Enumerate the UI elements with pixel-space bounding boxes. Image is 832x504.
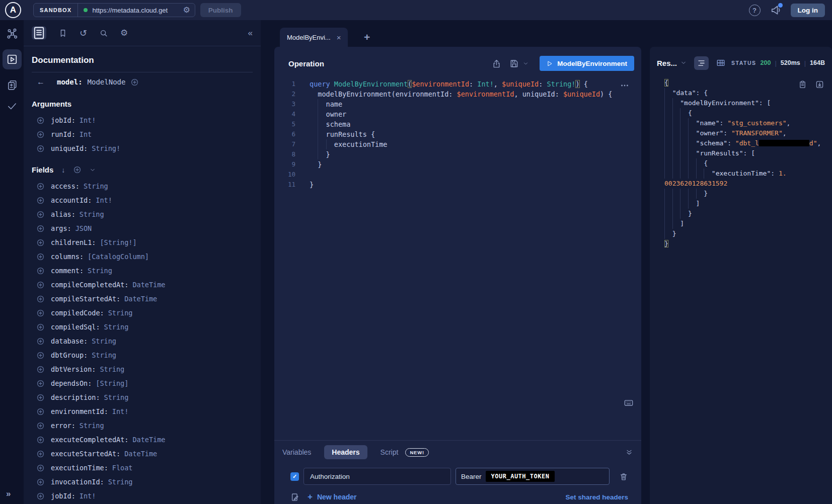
- add-field-plus-icon[interactable]: [36, 351, 45, 360]
- add-field-plus-icon[interactable]: [36, 393, 45, 402]
- endpoint-settings-gear-icon[interactable]: ⚙: [183, 6, 190, 14]
- add-field-plus-icon[interactable]: [36, 464, 45, 472]
- field-type[interactable]: DateTime: [132, 436, 165, 444]
- field-type[interactable]: String: [104, 323, 129, 331]
- doc-field-row[interactable]: dependsOn:[String]: [32, 376, 253, 390]
- sort-down-icon[interactable]: ↓: [61, 166, 65, 174]
- field-type[interactable]: String: [100, 365, 124, 373]
- add-field-plus-icon[interactable]: [36, 478, 45, 486]
- announcements-megaphone-icon[interactable]: [770, 4, 782, 16]
- field-type[interactable]: Int!: [112, 407, 129, 415]
- search-icon[interactable]: [99, 29, 108, 38]
- header-value-input[interactable]: Bearer YOUR_AUTH_TOKEN: [456, 468, 610, 485]
- close-tab-icon[interactable]: ×: [337, 33, 341, 42]
- add-field-plus-icon[interactable]: [36, 238, 45, 247]
- header-enabled-checkbox[interactable]: ✓: [290, 472, 299, 481]
- field-type[interactable]: Int: [80, 130, 92, 138]
- add-field-plus-icon[interactable]: [36, 436, 45, 444]
- doc-field-row[interactable]: jobId:Int!: [32, 113, 253, 127]
- add-field-plus-icon[interactable]: [36, 130, 45, 139]
- share-icon[interactable]: [492, 59, 501, 68]
- doc-field-row[interactable]: description:String: [32, 390, 253, 404]
- doc-field-row[interactable]: columns:[CatalogColumn]: [32, 249, 253, 264]
- doc-field-row[interactable]: comment:String: [32, 264, 253, 278]
- doc-field-row[interactable]: executionTime:Float: [32, 461, 253, 475]
- add-field-plus-icon[interactable]: [36, 492, 45, 500]
- field-type[interactable]: String: [92, 351, 116, 359]
- run-operation-button[interactable]: ModelByEnvironment: [540, 56, 634, 71]
- doc-field-row[interactable]: args:JSON: [32, 221, 253, 235]
- set-shared-headers-link[interactable]: Set shared headers: [565, 493, 628, 501]
- field-type[interactable]: Int!: [96, 196, 112, 204]
- add-field-plus-icon[interactable]: [36, 210, 45, 219]
- query-editor[interactable]: 1query ModelByEnvironment($environmentId…: [274, 71, 641, 190]
- breadcrumb-type[interactable]: ModelNode: [88, 78, 126, 86]
- field-type[interactable]: DateTime: [124, 295, 157, 303]
- doc-field-row[interactable]: invocationId:String: [32, 475, 253, 489]
- doc-field-row[interactable]: compiledCode:String: [32, 306, 253, 320]
- help-icon[interactable]: ?: [749, 5, 761, 16]
- add-field-plus-icon[interactable]: [36, 337, 45, 346]
- documentation-tab-active[interactable]: [32, 26, 46, 40]
- doc-field-row[interactable]: compileStartedAt:DateTime: [32, 292, 253, 306]
- new-header-button[interactable]: + New header: [308, 492, 357, 502]
- response-title[interactable]: Res...: [657, 59, 677, 67]
- raw-view-toggle-active[interactable]: [694, 56, 709, 70]
- checklist-icon[interactable]: [7, 101, 18, 112]
- add-field-plus-icon[interactable]: [36, 196, 45, 205]
- doc-field-row[interactable]: compiledSql:String: [32, 320, 253, 334]
- history-icon[interactable]: ↺: [80, 29, 87, 38]
- add-field-plus-icon[interactable]: [36, 224, 45, 233]
- field-type[interactable]: DateTime: [124, 450, 157, 458]
- add-field-plus-icon[interactable]: [36, 267, 45, 275]
- collapse-section-chevrons-icon[interactable]: [625, 448, 633, 456]
- doc-field-row[interactable]: executeCompletedAt:DateTime: [32, 433, 253, 447]
- field-type[interactable]: String: [104, 393, 129, 401]
- doc-field-row[interactable]: uniqueId:String!: [32, 141, 253, 155]
- doc-field-row[interactable]: jobId:Int!: [32, 489, 253, 503]
- save-chevron-down-icon[interactable]: [523, 61, 528, 66]
- operation-tab[interactable]: ModelByEnvi... ×: [280, 28, 348, 47]
- add-field-plus-icon[interactable]: [36, 253, 45, 261]
- field-type[interactable]: String!: [92, 144, 120, 152]
- edit-headers-icon[interactable]: [290, 492, 299, 502]
- tab-headers[interactable]: Headers: [324, 445, 367, 459]
- add-field-plus-icon[interactable]: [36, 182, 45, 191]
- publish-button[interactable]: Publish: [200, 3, 241, 17]
- doc-field-row[interactable]: environmentId:Int!: [32, 404, 253, 418]
- schema-graph-icon[interactable]: [7, 28, 18, 39]
- field-type[interactable]: String: [108, 478, 133, 486]
- field-type[interactable]: Int!: [80, 116, 96, 124]
- response-json[interactable]: {"data": {"modelByEnvironment": [{"name"…: [650, 71, 832, 249]
- field-type[interactable]: JSON: [75, 224, 92, 232]
- explorer-nav-active[interactable]: [3, 49, 22, 69]
- operation-collections-icon[interactable]: [7, 79, 18, 91]
- doc-field-row[interactable]: error:String: [32, 418, 253, 433]
- add-field-plus-icon[interactable]: [36, 450, 45, 458]
- doc-field-row[interactable]: access:String: [32, 179, 253, 193]
- field-type[interactable]: Float: [112, 464, 133, 472]
- new-tab-icon[interactable]: +: [364, 31, 370, 43]
- collapse-panel-icon[interactable]: «: [248, 28, 253, 38]
- add-field-plus-icon[interactable]: [36, 295, 45, 303]
- response-chevron-down-icon[interactable]: [680, 60, 687, 66]
- auth-token-value[interactable]: YOUR_AUTH_TOKEN: [486, 471, 555, 482]
- tab-variables[interactable]: Variables: [282, 448, 311, 456]
- delete-header-icon[interactable]: [619, 472, 628, 481]
- doc-field-row[interactable]: accountId:Int!: [32, 193, 253, 207]
- back-arrow-icon[interactable]: ←: [37, 77, 45, 87]
- header-name-input[interactable]: Authorization: [304, 468, 451, 485]
- login-button[interactable]: Log in: [791, 4, 825, 17]
- editor-more-options-icon[interactable]: [620, 81, 629, 90]
- save-icon[interactable]: [509, 59, 519, 68]
- doc-field-row[interactable]: compileCompletedAt:DateTime: [32, 278, 253, 292]
- field-type[interactable]: [String]: [96, 379, 128, 387]
- download-response-icon[interactable]: [815, 80, 824, 89]
- field-type[interactable]: Int!: [80, 492, 96, 500]
- endpoint-url-input[interactable]: https://metadata.cloud.get: [92, 7, 182, 14]
- doc-field-row[interactable]: runId:Int: [32, 127, 253, 141]
- add-field-plus-icon[interactable]: [36, 379, 45, 388]
- field-type[interactable]: String: [80, 210, 104, 218]
- expand-rail-chevrons-icon[interactable]: »: [6, 489, 11, 499]
- add-field-plus-icon[interactable]: [36, 116, 45, 125]
